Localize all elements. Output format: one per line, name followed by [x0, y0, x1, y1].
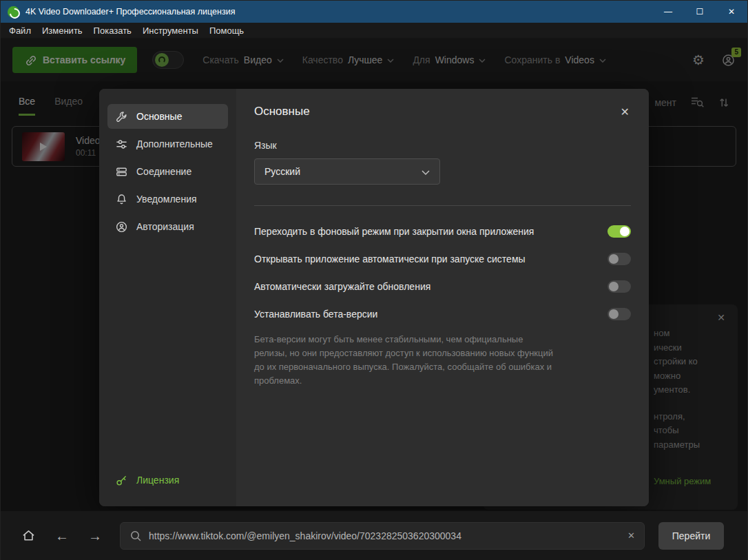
smart-mode-toggle[interactable] [152, 51, 184, 69]
platform-label: Для [413, 54, 430, 65]
setting-row-auto-updates: Автоматически загружайте обновления [254, 280, 631, 293]
panel-line: ументов. [654, 383, 711, 397]
wrench-icon [115, 110, 128, 123]
search-icon [129, 530, 142, 542]
toggle-switch[interactable] [607, 308, 631, 320]
settings-sidebar: Основные Дополнительные Соединение Уведо… [99, 89, 236, 506]
clear-url-icon[interactable]: ✕ [627, 530, 635, 541]
bottom-bar: ← → ✕ Перейти [1, 510, 747, 560]
setting-row-background-mode: Переходить в фоновый режим при закрытии … [254, 225, 631, 238]
setting-label: Открывать приложение автоматически при з… [254, 253, 539, 265]
setting-row-autostart: Открывать приложение автоматически при з… [254, 253, 631, 265]
download-type-value: Видео [244, 54, 272, 65]
window-title: 4K Video Downloader+ Профессиональная ли… [25, 7, 235, 17]
paste-link-button[interactable]: Вставить ссылку [12, 47, 137, 73]
chevron-down-icon [422, 170, 430, 175]
sidebar-item-label: Основные [136, 111, 182, 122]
toggle-knob [609, 282, 619, 291]
chevron-down-icon [387, 59, 394, 63]
menu-edit[interactable]: Изменить [37, 25, 88, 36]
menu-help[interactable]: Помощь [204, 25, 249, 36]
chevron-down-icon [599, 59, 606, 63]
sidebar-item-connection[interactable]: Соединение [107, 159, 228, 184]
toggle-switch[interactable] [607, 225, 631, 238]
panel-line: нтроля, [654, 410, 711, 424]
minimize-button[interactable]: — [652, 1, 684, 23]
maximize-button[interactable]: ☐ [684, 1, 716, 23]
video-title: Video [76, 135, 101, 146]
toggle-switch[interactable] [607, 253, 631, 265]
go-button[interactable]: Перейти [658, 522, 724, 550]
sidebar-item-notifications[interactable]: Уведомления [107, 187, 228, 211]
panel-line: параметры [654, 438, 711, 453]
download-type-label: Скачать [202, 54, 239, 65]
quality-dropdown[interactable]: Качество Лучшее [302, 54, 395, 65]
key-icon [115, 474, 128, 487]
url-field: ✕ [120, 522, 645, 550]
sliders-icon [115, 138, 128, 151]
language-select-value: Русский [264, 166, 300, 177]
setting-row-beta: Устанавливать бета-версии [254, 308, 631, 320]
video-meta: Video 00:11 [76, 135, 101, 158]
panel-line: ном [654, 326, 711, 341]
sidebar-item-license[interactable]: Лицензия [107, 468, 228, 492]
panel-text: ном ически стройки ко можно ументов. нтр… [654, 326, 711, 489]
sidebar-item-general[interactable]: Основные [107, 104, 228, 129]
setting-label: Устанавливать бета-версии [254, 309, 391, 320]
video-duration: 00:11 [76, 148, 101, 158]
language-select[interactable]: Русский [254, 158, 440, 185]
tab-video[interactable]: Видео [54, 96, 83, 116]
sidebar-item-authorization[interactable]: Авторизация [107, 214, 228, 239]
toggle-knob [609, 309, 619, 319]
sort-icon[interactable] [718, 96, 729, 109]
menu-file[interactable]: Файл [3, 25, 37, 36]
close-button[interactable]: ✕ [716, 1, 747, 23]
settings-content: Основные ✕ Язык Русский Переходить в фон… [236, 89, 649, 506]
server-icon [115, 165, 128, 178]
content-area: Вставить ссылку Скачать Видео Качество Л… [1, 39, 747, 510]
titlebar: 4K Video Downloader+ Профессиональная ли… [1, 1, 747, 23]
toolbar: Вставить ссылку Скачать Видео Качество Л… [1, 39, 747, 81]
sidebar-item-advanced[interactable]: Дополнительные [107, 132, 228, 156]
home-icon[interactable] [21, 528, 36, 543]
panel-line: ически [654, 341, 711, 355]
panel-close-icon[interactable]: ✕ [717, 312, 725, 323]
link-icon [24, 54, 37, 66]
menubar: Файл Изменить Показать Инструменты Помощ… [1, 23, 747, 39]
menu-tools[interactable]: Инструменты [137, 25, 204, 36]
url-input[interactable] [149, 530, 621, 541]
platform-dropdown[interactable]: Для Windows [413, 54, 486, 65]
tab-all[interactable]: Все [19, 96, 35, 116]
forward-arrow-icon[interactable]: → [88, 529, 102, 543]
platform-value: Windows [435, 54, 475, 65]
chevron-down-icon [479, 59, 486, 63]
back-arrow-icon[interactable]: ← [55, 529, 69, 543]
divider [254, 205, 631, 206]
app-logo-icon [8, 6, 19, 18]
dialog-close-icon[interactable]: ✕ [621, 105, 630, 118]
toggle-switch[interactable] [607, 280, 631, 293]
header-text-fragment: мент [654, 97, 676, 108]
settings-gear-icon[interactable]: ⚙ [692, 53, 705, 67]
chevron-down-icon [277, 59, 284, 63]
app-window: 4K Video Downloader+ Профессиональная ли… [0, 0, 748, 560]
beta-description: Бета-версии могут быть менее стабильными… [254, 333, 556, 388]
setting-label: Автоматически загружайте обновления [254, 281, 444, 292]
panel-line: можно [654, 369, 711, 384]
user-circle-icon [115, 220, 128, 234]
quality-label: Качество [302, 54, 343, 65]
account-badge: 5 [731, 48, 741, 57]
smart-mode-link[interactable]: Умный режим [654, 475, 711, 489]
save-to-dropdown[interactable]: Сохранить в Videos [504, 54, 605, 65]
save-to-value: Videos [565, 54, 594, 65]
toolbar-right: ⚙ 5 [692, 53, 736, 68]
download-type-dropdown[interactable]: Скачать Видео [202, 54, 283, 65]
toggle-knob [609, 254, 619, 264]
smart-mode-knob-icon [155, 53, 169, 67]
menu-view[interactable]: Показать [88, 25, 137, 36]
panel-line: чтобы [654, 424, 711, 438]
language-label: Язык [254, 140, 631, 151]
toggle-knob [620, 227, 630, 236]
account-icon[interactable]: 5 [721, 53, 736, 68]
search-list-icon[interactable] [690, 96, 705, 109]
